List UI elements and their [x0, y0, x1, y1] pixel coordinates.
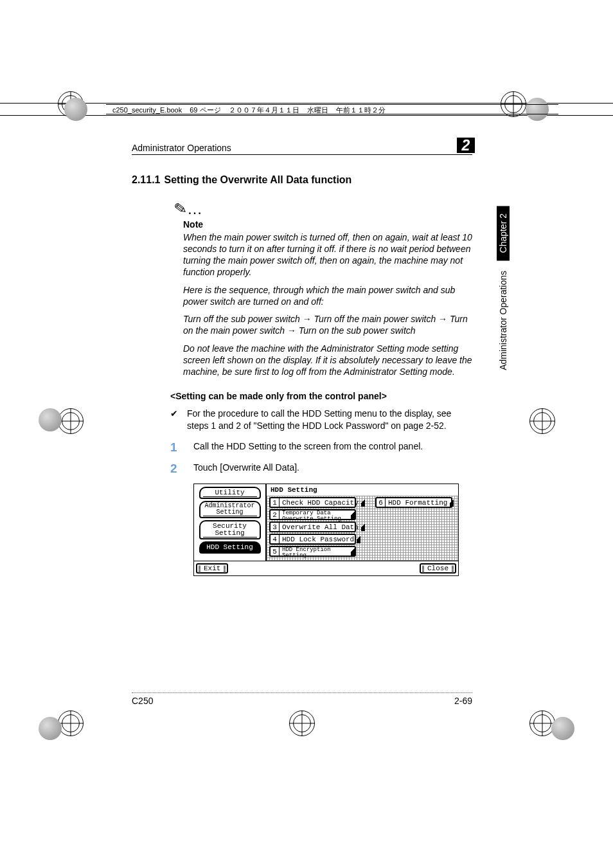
menu-overwrite-all-data[interactable]: 3Overwrite All Data: [269, 521, 356, 532]
punch-hole: [551, 717, 574, 740]
menu-hdd-encryption[interactable]: 5HDD Encryption Setting: [269, 546, 356, 557]
exit-button[interactable]: Exit: [196, 563, 228, 574]
menu-hdd-formatting[interactable]: 6HDD Formatting: [375, 497, 452, 508]
prerequisite-bullet: ✔ For the procedure to call the HDD Sett…: [170, 408, 472, 432]
registration-mark: [58, 408, 84, 434]
tab-administrator-setting[interactable]: Administrator Setting: [199, 501, 261, 518]
tab-hdd-setting[interactable]: HDD Setting: [199, 541, 261, 554]
crop-time: 午前１１時２分: [336, 105, 386, 114]
crop-day: 水曜日: [307, 105, 328, 114]
side-section: Administrator Operations: [498, 264, 508, 377]
menu-hdd-lock-password[interactable]: 4HDD Lock Password: [269, 534, 356, 545]
note-p1: When the main power switch is turned off…: [183, 232, 472, 278]
punch-hole: [39, 408, 62, 431]
registration-mark: [58, 710, 84, 736]
crop-file: c250_security_E.book: [112, 105, 182, 114]
running-head-title: Administrator Operations: [132, 143, 231, 153]
tab-utility[interactable]: Utility: [199, 487, 261, 499]
step-2: 2 Touch [Overwrite All Data].: [170, 462, 472, 475]
note-p2: Here is the sequence, through which the …: [183, 285, 472, 308]
note-p4: Do not leave the machine with the Admini…: [183, 343, 472, 378]
registration-mark: [529, 408, 555, 434]
note-p3: Turn off the sub power switch → Turn off…: [183, 314, 472, 337]
crop-header: c250_security_E.book 69 ページ ２００７年４月１１日 水…: [106, 104, 558, 114]
panel-title: HDD Setting: [267, 484, 458, 496]
checkmark-icon: ✔: [170, 408, 187, 432]
step-1-text: Call the HDD Setting to the screen from …: [193, 441, 423, 451]
step-number: 2: [170, 462, 193, 475]
heading-number: 2.11.1: [132, 174, 160, 185]
punch-hole: [64, 98, 87, 121]
control-panel-screenshot: Utility Administrator Setting Security S…: [193, 484, 459, 576]
menu-check-hdd-capacity[interactable]: 1Check HDD Capacity: [269, 497, 356, 508]
running-head-chapter: 2: [457, 138, 475, 153]
close-button[interactable]: Close: [420, 563, 456, 574]
running-head: Administrator Operations 2: [132, 138, 472, 155]
heading-title: Setting the Overwrite All Data function: [164, 174, 351, 185]
punch-hole: [39, 717, 62, 740]
side-chapter: Chapter 2: [497, 206, 510, 260]
note-icon: ✎…: [174, 200, 472, 218]
registration-mark: [529, 710, 555, 736]
footer-model: C250: [132, 696, 153, 706]
tab-security-setting[interactable]: Security Setting: [199, 520, 261, 539]
crop-date: ２００７年４月１１日: [229, 105, 299, 114]
subheading: <Setting can be made only from the contr…: [170, 391, 472, 401]
step-2-text: Touch [Overwrite All Data].: [193, 462, 299, 473]
footer-page: 2-69: [454, 696, 472, 706]
note-block: ✎… Note When the main power switch is tu…: [183, 200, 472, 378]
step-1: 1 Call the HDD Setting to the screen fro…: [170, 441, 472, 453]
registration-mark: [289, 710, 315, 736]
step-number: 1: [170, 441, 193, 453]
note-label: Note: [183, 219, 472, 230]
page-footer: C250 2-69: [132, 692, 472, 706]
menu-temp-data-overwrite[interactable]: 2Temporary Data Overwrite Setting: [269, 509, 356, 520]
page-side-tab: Chapter 2 Administrator Operations: [496, 206, 510, 377]
crop-page: 69 ページ: [190, 105, 220, 114]
bullet-text: For the procedure to call the HDD Settin…: [187, 408, 472, 432]
section-heading: 2.11.1Setting the Overwrite All Data fun…: [132, 174, 472, 186]
